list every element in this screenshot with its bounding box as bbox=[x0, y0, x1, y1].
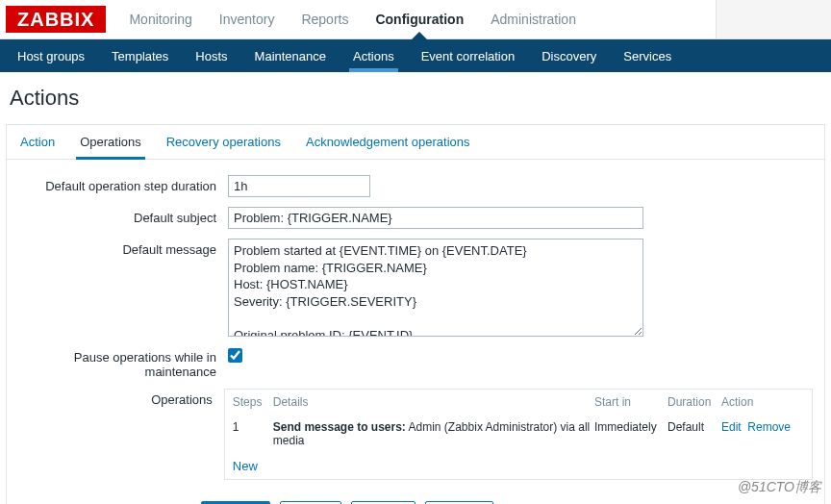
subject-label: Default subject bbox=[18, 207, 228, 225]
subnav-host-groups[interactable]: Host groups bbox=[4, 39, 98, 72]
message-textarea[interactable]: Problem started at {EVENT.TIME} on {EVEN… bbox=[228, 239, 643, 337]
subnav-event-correlation[interactable]: Event correlation bbox=[408, 39, 529, 72]
operations-label: Operations bbox=[18, 389, 224, 407]
search-box[interactable] bbox=[716, 0, 831, 38]
row-action: Edit Remove bbox=[721, 420, 804, 434]
content-box: Action Operations Recovery operations Ac… bbox=[6, 124, 825, 504]
tab-operations[interactable]: Operations bbox=[76, 125, 145, 160]
duration-label: Default operation step duration bbox=[18, 175, 228, 193]
col-start-header: Start in bbox=[594, 395, 667, 409]
button-bar: Update Clone Delete Cancel bbox=[18, 490, 813, 504]
nav-inventory[interactable]: Inventory bbox=[206, 0, 289, 38]
subnav-discovery[interactable]: Discovery bbox=[528, 39, 610, 72]
nav-configuration[interactable]: Configuration bbox=[362, 0, 477, 38]
row-details: Send message to users: Admin (Zabbix Adm… bbox=[273, 420, 594, 447]
subject-input[interactable] bbox=[228, 207, 643, 229]
row-duration: Default bbox=[667, 420, 721, 434]
tabs: Action Operations Recovery operations Ac… bbox=[7, 125, 824, 160]
main-nav: Monitoring Inventory Reports Configurati… bbox=[115, 0, 589, 38]
sub-nav: Host groups Templates Hosts Maintenance … bbox=[0, 39, 831, 72]
header-bar: ZABBIX Monitoring Inventory Reports Conf… bbox=[0, 0, 831, 39]
ops-table-header: Steps Details Start in Duration Action bbox=[225, 390, 812, 415]
nav-reports[interactable]: Reports bbox=[288, 0, 362, 38]
new-operation-row: New bbox=[225, 453, 812, 479]
page-title: Actions bbox=[0, 72, 831, 124]
remove-link[interactable]: Remove bbox=[747, 420, 791, 434]
duration-input[interactable] bbox=[228, 175, 370, 197]
logo[interactable]: ZABBIX bbox=[6, 6, 106, 33]
col-action-header: Action bbox=[721, 395, 804, 409]
subnav-hosts[interactable]: Hosts bbox=[182, 39, 240, 72]
subnav-services[interactable]: Services bbox=[610, 39, 685, 72]
watermark: @51CTO博客 bbox=[738, 479, 821, 496]
operations-table: Steps Details Start in Duration Action 1… bbox=[224, 389, 813, 480]
col-duration-header: Duration bbox=[667, 395, 721, 409]
nav-administration[interactable]: Administration bbox=[477, 0, 590, 38]
subnav-actions[interactable]: Actions bbox=[340, 39, 408, 72]
edit-link[interactable]: Edit bbox=[721, 420, 742, 434]
form-area: Default operation step duration Default … bbox=[7, 160, 824, 504]
message-label: Default message bbox=[18, 239, 228, 257]
pause-checkbox[interactable] bbox=[228, 348, 242, 363]
tab-action[interactable]: Action bbox=[16, 125, 59, 159]
tab-recovery-operations[interactable]: Recovery operations bbox=[163, 125, 285, 159]
nav-monitoring[interactable]: Monitoring bbox=[115, 0, 205, 38]
table-row: 1 Send message to users: Admin (Zabbix A… bbox=[225, 415, 812, 453]
subnav-maintenance[interactable]: Maintenance bbox=[241, 39, 340, 72]
row-start: Immediately bbox=[594, 420, 667, 434]
pause-label: Pause operations while in maintenance bbox=[18, 346, 228, 379]
row-steps: 1 bbox=[233, 420, 273, 434]
new-link[interactable]: New bbox=[233, 459, 258, 473]
col-steps-header: Steps bbox=[233, 395, 273, 409]
tab-acknowledgement-operations[interactable]: Acknowledgement operations bbox=[302, 125, 474, 159]
subnav-templates[interactable]: Templates bbox=[98, 39, 182, 72]
col-details-header: Details bbox=[273, 395, 594, 409]
